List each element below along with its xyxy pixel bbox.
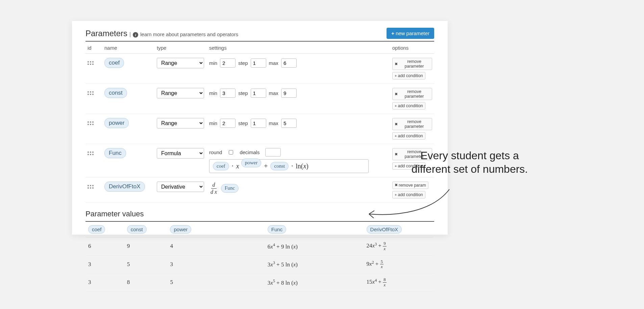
drag-handle-icon[interactable] [88, 121, 94, 125]
remove-parameter-button[interactable]: ✖remove parameter [392, 58, 432, 70]
value-col-const: const [127, 225, 147, 234]
max-input[interactable] [281, 89, 297, 98]
cell-const: 9 [124, 237, 168, 256]
max-label: max [269, 90, 278, 96]
parameter-values-table: coef const power Func DerivOfFtoX 6 9 4 … [85, 222, 434, 292]
cell-func: 6x4 + 9 ln (x) [214, 237, 364, 256]
param-name-pill[interactable]: power [104, 118, 129, 128]
cell-deriv: 15x4 + 8x [364, 274, 434, 292]
col-name: name [102, 42, 155, 54]
max-input[interactable] [281, 58, 297, 68]
step-label: step [238, 120, 248, 126]
min-input[interactable] [220, 89, 236, 98]
type-select[interactable]: Range [157, 88, 204, 98]
formula-input[interactable]: coef · x power + const · ln(x) [209, 159, 369, 173]
step-input[interactable] [251, 119, 266, 128]
param-row-func: Func Formula round decimals coef · x [85, 144, 434, 177]
value-row: 6 9 4 6x4 + 9 ln (x) 24x3 + 9x [85, 237, 434, 256]
cell-coef: 3 [85, 274, 124, 292]
param-name-pill[interactable]: coef [104, 58, 124, 68]
remove-parameter-button[interactable]: ✖remove parameter [392, 88, 432, 100]
remove-icon: ✖ [395, 152, 398, 157]
step-input[interactable] [251, 58, 266, 68]
min-input[interactable] [220, 119, 236, 128]
plus-icon: + [395, 134, 397, 138]
callout-arrow-icon [365, 184, 453, 221]
step-label: step [238, 90, 248, 96]
value-row: 3 5 3 3x3 + 5 ln (x) 9x2 + 5x [85, 255, 434, 274]
plus-icon: + [395, 74, 397, 78]
param-name-pill[interactable]: DerivOfFtoX [104, 182, 145, 192]
add-condition-button[interactable]: +add condition [392, 102, 425, 110]
decimals-label: decimals [240, 149, 259, 155]
min-input[interactable] [220, 58, 236, 68]
remove-icon: ✖ [395, 62, 398, 66]
param-row-coef: coef Range min step max [85, 54, 434, 84]
remove-icon: ✖ [395, 92, 398, 96]
cell-const: 8 [124, 274, 168, 292]
type-select[interactable]: Derivative [157, 182, 204, 192]
drag-handle-icon[interactable] [88, 61, 94, 65]
col-id: id [85, 42, 102, 54]
min-label: min [209, 60, 217, 66]
param-name-pill[interactable]: Func [104, 148, 126, 158]
cell-coef: 6 [85, 237, 124, 256]
cell-func: 3x3 + 5 ln (x) [214, 255, 364, 274]
cell-deriv: 9x2 + 5x [364, 255, 434, 274]
max-label: max [269, 120, 278, 126]
info-icon[interactable]: i [133, 32, 138, 38]
param-row-power: power Range min step max [85, 114, 434, 144]
decimals-input[interactable] [265, 148, 281, 157]
title-divider: | [129, 31, 131, 38]
add-condition-button[interactable]: +add condition [392, 132, 425, 140]
step-label: step [238, 60, 248, 66]
cell-deriv: 24x3 + 9x [364, 237, 434, 256]
plus-icon: + [395, 104, 397, 108]
min-label: min [209, 90, 217, 96]
value-col-power: power [170, 225, 191, 234]
round-checkbox[interactable] [229, 150, 233, 154]
type-select[interactable]: Range [157, 118, 204, 128]
max-label: max [269, 60, 278, 66]
section-title: Parameters [85, 29, 127, 38]
value-col-deriv: DerivOfFtoX [367, 225, 402, 234]
type-select[interactable]: Formula [157, 148, 204, 159]
value-col-coef: coef [88, 225, 105, 234]
formula-token-const[interactable]: const [270, 162, 289, 171]
cell-func: 3x5 + 8 ln (x) [214, 274, 364, 292]
annotation-callout: Every student gets a different set of nu… [409, 149, 530, 176]
col-settings: settings [207, 42, 390, 54]
col-type: type [155, 42, 207, 54]
max-input[interactable] [281, 119, 297, 128]
new-parameter-button[interactable]: + new parameter [387, 28, 434, 39]
plus-icon: + [391, 30, 394, 36]
min-label: min [209, 120, 217, 126]
new-parameter-label: new parameter [396, 30, 429, 36]
col-options: options [390, 42, 434, 54]
derivative-target-pill[interactable]: Func [221, 184, 239, 193]
param-name-pill[interactable]: const [104, 88, 127, 98]
cell-power: 3 [167, 255, 213, 274]
learn-more-link[interactable]: learn more about parameters and operator… [140, 31, 238, 37]
round-label: round [209, 149, 222, 155]
cell-const: 5 [124, 255, 168, 274]
formula-token-coef[interactable]: coef [213, 162, 229, 171]
parameters-table: id name type settings options coef Range [85, 42, 434, 203]
add-condition-button[interactable]: +add condition [392, 72, 425, 79]
drag-handle-icon[interactable] [88, 91, 94, 95]
cell-power: 4 [167, 237, 213, 256]
plus-icon: + [395, 164, 397, 168]
drag-handle-icon[interactable] [88, 185, 94, 189]
param-row-const: const Range min step max [85, 84, 434, 114]
section-header: Parameters | i learn more about paramete… [85, 28, 434, 42]
cell-coef: 3 [85, 255, 124, 274]
formula-token-power[interactable]: power [241, 159, 262, 167]
value-row: 3 8 5 3x5 + 8 ln (x) 15x4 + 8x [85, 274, 434, 292]
cell-power: 5 [167, 274, 213, 292]
remove-parameter-button[interactable]: ✖remove parameter [392, 118, 432, 130]
step-input[interactable] [251, 89, 266, 98]
derivative-expression: dd x Func [209, 182, 388, 195]
type-select[interactable]: Range [157, 58, 204, 68]
drag-handle-icon[interactable] [88, 151, 94, 155]
remove-icon: ✖ [395, 122, 398, 126]
